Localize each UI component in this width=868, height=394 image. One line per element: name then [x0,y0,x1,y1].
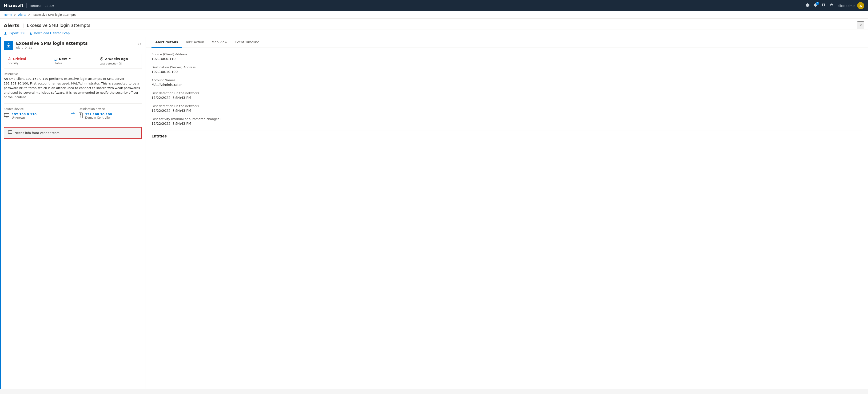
description-label: Description [4,72,142,75]
severity-item: Critical Severity [4,54,50,68]
detection-label: Last detection ⓘ [100,62,138,66]
section-divider [152,130,862,130]
svg-rect-8 [8,131,12,133]
user-name: alice-admin [837,4,855,7]
tab-map-view[interactable]: Map view [208,37,231,48]
tab-event-timeline[interactable]: Event Timeline [231,37,263,48]
arrow-connector: → [71,111,75,116]
source-name: Unknown [12,116,36,119]
title-divider: | [22,23,24,28]
destination-ip[interactable]: 192.168.10.100 [85,113,112,116]
book-icon[interactable] [822,3,826,8]
detection-info-icon[interactable]: ⓘ [119,62,122,65]
topbar: Microsoft contoso - 22.2.6 0 [0,0,868,11]
comment-box[interactable]: Needs info from vendor team [4,127,142,139]
right-panel: Alert details Take action Map view Event… [146,37,868,389]
brand-name: Microsoft [4,3,24,8]
status-dropdown-icon[interactable] [68,57,71,60]
detection-value: 2 weeks ago [100,57,138,61]
destination-server-group: Destination (Server) Address 192.168.10.… [152,65,862,74]
tab-take-action[interactable]: Take action [182,37,208,48]
alert-meta: Critical Severity New Status [4,54,142,69]
severity-label: Severity [8,62,46,65]
description-section: Description An SMB client 192.168.0.110 … [4,72,142,103]
settings-icon[interactable] [805,3,810,8]
source-device-icon [4,113,9,119]
page-title: Alerts [4,23,20,28]
account-names-value: MAL/Administrator [152,83,862,87]
breadcrumb-current: Excessive SMB login attempts [33,13,76,17]
source-client-group: Source (Client) Address 192.168.0.110 [152,53,862,61]
source-device-label: Source device [4,107,67,111]
last-detection-value: 11/22/2022, 3:54:43 PM [152,109,862,113]
notification-badge: 0 [816,2,819,5]
source-device-details: 192.168.0.110 Unknown [12,113,36,119]
destination-device-label: Destination device [79,107,142,111]
topbar-right: 0 alice-admin A [805,2,864,9]
page-subtitle: Excessive SMB login attempts [27,23,90,28]
notifications-icon[interactable]: 0 [813,3,818,8]
destination-server-value: 192.168.10.100 [152,70,862,74]
destination-device-details: 192.168.10.100 Domain Controller [85,113,112,119]
user-menu[interactable]: alice-admin A [837,2,864,9]
destination-name: Domain Controller [85,116,112,119]
cloud-icon[interactable] [830,3,834,8]
alert-id: Alert ID: 21 [16,46,88,50]
export-pdf-button[interactable]: Export PDF [4,31,25,35]
detection-item: 2 weeks ago Last detection ⓘ [96,54,142,68]
account-names-group: Account Names MAL/Administrator [152,79,862,87]
description-text: An SMB client 192.168.0.110 performs exc… [4,77,142,99]
close-button[interactable]: × [857,22,864,29]
alert-header: Excessive SMB login attempts Alert ID: 2… [4,41,142,50]
last-detection-label: Last detection (in the network) [152,104,862,108]
user-avatar: A [857,2,864,9]
first-detection-group: First detection (in the network) 11/22/2… [152,91,862,99]
status-label: Status [54,62,92,65]
spinner-icon [54,57,57,61]
download-pcap-button[interactable]: Download Filtered Pcap [29,31,70,35]
severity-value: Critical [8,57,46,61]
svg-point-7 [81,117,81,117]
alert-details-content: Source (Client) Address 192.168.0.110 De… [146,48,868,143]
destination-device: Destination device 192.168.10. [79,107,142,119]
status-value: New [54,57,92,61]
account-names-label: Account Names [152,79,862,82]
entities-heading: Entities [152,134,862,139]
breadcrumb-home[interactable]: Home [4,13,12,17]
source-client-label: Source (Client) Address [152,53,862,56]
svg-rect-1 [4,114,9,117]
toolbar: Export PDF Download Filtered Pcap [0,29,868,37]
status-item: New Status [50,54,96,68]
page-header: Alerts | Excessive SMB login attempts × [0,19,868,29]
comment-text: Needs info from vendor team [14,131,60,134]
destination-device-icon [79,113,83,119]
left-accent [0,37,1,389]
last-activity-group: Last activity (manual or automated chang… [152,117,862,125]
source-device-info: 192.168.0.110 Unknown [4,113,67,119]
last-activity-label: Last activity (manual or automated chang… [152,117,862,121]
breadcrumb: Home > Alerts > Excessive SMB login atte… [0,11,868,19]
breadcrumb-alerts[interactable]: Alerts [18,13,26,17]
source-device: Source device 192.168.0.110 Unknown [4,107,67,119]
collapse-button[interactable]: ‹‹ [137,41,142,47]
destination-server-label: Destination (Server) Address [152,65,862,69]
source-client-value: 192.168.0.110 [152,57,862,61]
destination-device-info: 192.168.10.100 Domain Controller [79,113,142,119]
source-ip[interactable]: 192.168.0.110 [12,113,36,116]
breadcrumb-sep2: > [28,13,32,17]
app-name: contoso - 22.2.6 [29,4,54,7]
first-detection-label: First detection (in the network) [152,91,862,95]
tab-alert-details[interactable]: Alert details [152,37,182,48]
comment-icon [8,130,12,135]
alert-title: Excessive SMB login attempts [16,41,88,46]
alert-title-section: Excessive SMB login attempts Alert ID: 2… [16,41,88,50]
last-detection-group: Last detection (in the network) 11/22/20… [152,104,862,113]
last-activity-value: 11/22/2022, 3:54:43 PM [152,122,862,125]
first-detection-value: 11/22/2022, 3:54:43 PM [152,96,862,99]
left-panel: Excessive SMB login attempts Alert ID: 2… [0,37,146,389]
topbar-divider [26,3,27,8]
topbar-left: Microsoft contoso - 22.2.6 [4,3,54,8]
devices-section: Source device 192.168.0.110 Unknown → [4,107,142,123]
alert-icon-container [4,41,13,50]
breadcrumb-sep1: > [14,13,17,17]
